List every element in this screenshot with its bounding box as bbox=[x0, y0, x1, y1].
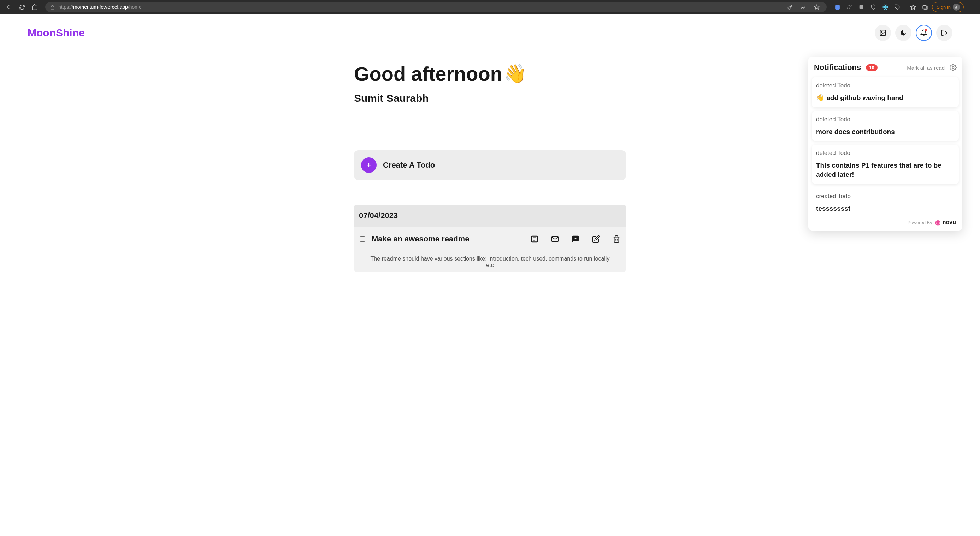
notifications-footer: Powered By ◉ novu bbox=[812, 214, 959, 228]
react-devtools-icon[interactable] bbox=[880, 2, 890, 12]
notifications-title: Notifications bbox=[814, 63, 861, 72]
svg-rect-9 bbox=[923, 5, 926, 9]
create-todo-bar[interactable]: Create A Todo bbox=[354, 150, 626, 180]
todo-title: Make an awesome readme bbox=[372, 234, 524, 244]
svg-point-10 bbox=[956, 6, 957, 7]
svg-point-17 bbox=[577, 238, 577, 239]
extensions-icon[interactable] bbox=[892, 2, 902, 12]
edit-icon[interactable] bbox=[592, 235, 600, 243]
date-header: 07/04/2023 bbox=[354, 205, 626, 227]
svg-point-4 bbox=[885, 7, 886, 8]
message-icon[interactable] bbox=[572, 235, 579, 243]
app-header: MoonShine bbox=[27, 25, 953, 41]
username: Sumit Saurabh bbox=[354, 92, 626, 104]
svg-rect-2 bbox=[835, 5, 840, 10]
notifications-count-badge: 10 bbox=[866, 64, 877, 71]
svg-marker-8 bbox=[910, 5, 915, 9]
notification-body: 👋 add github waving hand bbox=[816, 93, 955, 102]
lock-icon bbox=[50, 5, 55, 10]
svg-marker-1 bbox=[814, 5, 819, 9]
create-todo-label: Create A Todo bbox=[383, 161, 435, 170]
favorites-icon[interactable] bbox=[908, 2, 918, 12]
notification-card[interactable]: deleted Todo This contains P1 features t… bbox=[812, 145, 959, 184]
svg-rect-0 bbox=[51, 7, 54, 9]
signin-button[interactable]: Sign in bbox=[932, 2, 964, 12]
extension-icon-3[interactable] bbox=[856, 2, 866, 12]
back-button[interactable] bbox=[4, 2, 14, 12]
settings-icon[interactable] bbox=[950, 64, 957, 71]
browser-chrome: https://momentum-fe.vercel.app/home A» f… bbox=[0, 0, 980, 14]
refresh-button[interactable] bbox=[17, 2, 27, 12]
svg-point-18 bbox=[953, 67, 954, 69]
notification-card[interactable]: deleted Todo 👋 add github waving hand bbox=[812, 77, 959, 107]
notification-dot bbox=[924, 29, 927, 32]
notification-body: tessssssst bbox=[816, 204, 955, 213]
header-actions bbox=[875, 25, 953, 41]
collections-icon[interactable] bbox=[920, 2, 930, 12]
key-icon[interactable] bbox=[785, 2, 795, 12]
home-button[interactable] bbox=[30, 2, 40, 12]
theme-toggle-button[interactable] bbox=[895, 25, 912, 41]
logout-button[interactable] bbox=[936, 25, 953, 41]
powered-by-label: Powered By bbox=[908, 220, 932, 225]
todo-group: 07/04/2023 Make an awesome readme bbox=[354, 205, 626, 272]
add-todo-button[interactable] bbox=[361, 157, 377, 173]
avatar-icon bbox=[953, 3, 960, 11]
extension-icon-1[interactable] bbox=[832, 2, 842, 12]
email-icon[interactable] bbox=[551, 235, 559, 243]
notification-action: deleted Todo bbox=[816, 150, 955, 156]
todo-description: The readme should have various sections … bbox=[360, 255, 620, 268]
notification-card[interactable]: deleted Todo more docs contributions bbox=[812, 111, 959, 142]
notifications-panel: Notifications 10 Mark all as read delete… bbox=[808, 57, 963, 231]
shield-icon[interactable] bbox=[869, 2, 878, 12]
novu-brand-text: novu bbox=[943, 219, 956, 226]
notifications-list: deleted Todo 👋 add github waving hand de… bbox=[812, 77, 959, 214]
mark-all-read-button[interactable]: Mark all as read bbox=[907, 65, 945, 71]
svg-point-12 bbox=[881, 32, 883, 32]
novu-logo[interactable]: ◉ novu bbox=[935, 219, 956, 226]
text-size-icon[interactable]: A» bbox=[799, 2, 808, 12]
svg-rect-3 bbox=[859, 5, 864, 9]
greeting-text: Good afternoon bbox=[354, 62, 503, 85]
svg-point-15 bbox=[574, 238, 574, 239]
favorite-icon[interactable] bbox=[812, 2, 822, 12]
details-icon[interactable] bbox=[531, 235, 538, 243]
notification-body: This contains P1 features that are to be… bbox=[816, 161, 955, 179]
notification-card[interactable]: created Todo tessssssst bbox=[812, 188, 959, 215]
notification-action: deleted Todo bbox=[816, 82, 955, 89]
app-logo[interactable]: MoonShine bbox=[27, 27, 85, 39]
extension-icon-2[interactable]: f? bbox=[844, 2, 854, 12]
todo-checkbox[interactable] bbox=[360, 236, 365, 242]
wave-emoji-icon: 👋 bbox=[504, 63, 527, 85]
notification-action: created Todo bbox=[816, 193, 955, 200]
todo-item: Make an awesome readme bbox=[354, 227, 626, 272]
url-text: https://momentum-fe.vercel.app/home bbox=[58, 4, 781, 10]
notifications-button[interactable] bbox=[916, 25, 932, 41]
novu-mark-icon: ◉ bbox=[935, 219, 941, 226]
notification-action: deleted Todo bbox=[816, 116, 955, 123]
main-content: Good afternoon 👋 Sumit Saurabh Create A … bbox=[354, 62, 626, 272]
delete-icon[interactable] bbox=[612, 235, 620, 243]
notification-body: more docs contributions bbox=[816, 127, 955, 137]
more-icon[interactable]: ··· bbox=[966, 2, 976, 12]
svg-point-16 bbox=[575, 238, 576, 239]
url-bar[interactable]: https://momentum-fe.vercel.app/home A» bbox=[45, 2, 827, 12]
signin-label: Sign in bbox=[937, 5, 951, 10]
greeting: Good afternoon 👋 bbox=[354, 62, 626, 85]
wallpaper-button[interactable] bbox=[875, 25, 891, 41]
